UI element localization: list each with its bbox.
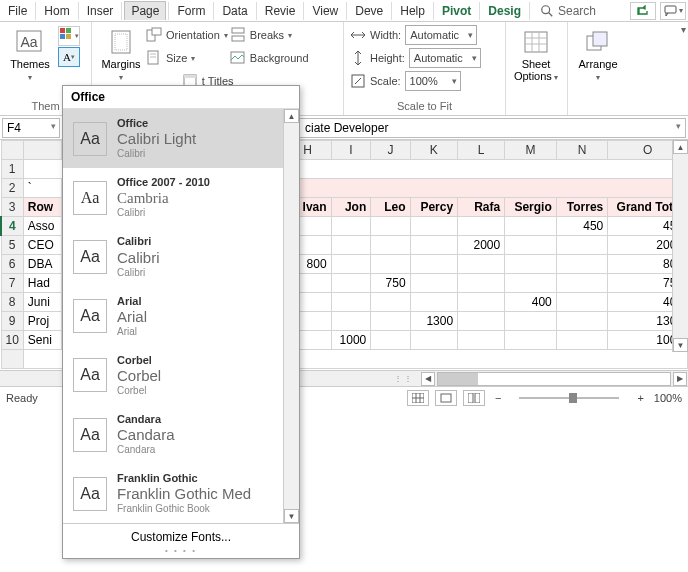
cell[interactable]: 750	[371, 274, 410, 293]
font-scheme-item[interactable]: AaCandaraCandaraCandara	[63, 405, 299, 464]
scroll-down-button[interactable]: ▼	[673, 338, 688, 352]
width-combo[interactable]: Automatic	[405, 25, 477, 45]
cell[interactable]	[556, 293, 608, 312]
view-page-layout-button[interactable]	[435, 390, 457, 406]
row-10-header[interactable]: 10	[1, 331, 23, 350]
view-page-break-button[interactable]	[463, 390, 485, 406]
menu-help[interactable]: Help	[394, 2, 431, 20]
horizontal-scrollbar[interactable]	[437, 372, 671, 386]
cell[interactable]	[458, 274, 505, 293]
cell[interactable]	[556, 331, 608, 350]
cell[interactable]: 450	[556, 217, 608, 236]
row-3-header[interactable]: 3	[1, 198, 23, 217]
row-4-header[interactable]: 4	[1, 217, 23, 236]
cell[interactable]	[410, 274, 458, 293]
cell[interactable]: 400	[505, 293, 557, 312]
cell[interactable]: 2000	[458, 236, 505, 255]
cell[interactable]	[505, 274, 557, 293]
row-blank-header[interactable]	[1, 350, 23, 369]
cell[interactable]	[458, 293, 505, 312]
cell[interactable]	[505, 312, 557, 331]
menu-page-layout[interactable]: Page	[124, 1, 166, 20]
cell[interactable]	[371, 217, 410, 236]
pivot-row-label[interactable]: Asso	[23, 217, 61, 236]
cell[interactable]	[505, 236, 557, 255]
cell[interactable]: 1000	[331, 331, 371, 350]
cell[interactable]	[458, 331, 505, 350]
zoom-slider[interactable]	[519, 397, 619, 399]
font-scheme-item[interactable]: AaArialArialArial	[63, 287, 299, 346]
font-scheme-item[interactable]: AaOffice 2007 - 2010CambriaCalibri	[63, 168, 299, 227]
background-button[interactable]: Background	[230, 47, 309, 69]
cell[interactable]	[410, 217, 458, 236]
menu-home[interactable]: Hom	[38, 2, 75, 20]
menu-insert[interactable]: Inser	[81, 2, 120, 20]
cell[interactable]	[505, 255, 557, 274]
cell[interactable]	[505, 331, 557, 350]
zoom-in-button[interactable]: +	[633, 392, 647, 404]
menu-review[interactable]: Revie	[259, 2, 302, 20]
zoom-value[interactable]: 100%	[654, 392, 682, 404]
cell[interactable]	[458, 255, 505, 274]
orientation-button[interactable]: Orientation▾	[146, 24, 228, 46]
cell[interactable]	[371, 293, 410, 312]
margins-button[interactable]: Margins▾	[98, 24, 144, 83]
menu-pivot[interactable]: Pivot	[436, 2, 477, 20]
cell[interactable]	[331, 312, 371, 331]
cell[interactable]	[556, 236, 608, 255]
cell[interactable]: 1300	[410, 312, 458, 331]
font-scheme-item[interactable]: AaFranklin GothicFranklin Gothic MedFran…	[63, 464, 299, 523]
row-8-header[interactable]: 8	[1, 293, 23, 312]
col-l[interactable]: L	[458, 141, 505, 160]
font-scheme-item[interactable]: AaCorbelCorbelCorbel	[63, 346, 299, 405]
row-9-header[interactable]: 9	[1, 312, 23, 331]
view-normal-button[interactable]	[407, 390, 429, 406]
pivot-row-label[interactable]: Seni	[23, 331, 61, 350]
comments-button[interactable]: ▾	[660, 2, 686, 20]
cell[interactable]	[371, 331, 410, 350]
fonts-button[interactable]: A ▾	[58, 47, 80, 67]
resize-grip[interactable]: • • • •	[63, 546, 299, 558]
cell[interactable]	[371, 312, 410, 331]
pivot-row-label[interactable]: DBA	[23, 255, 61, 274]
scroll-thumb[interactable]	[438, 373, 478, 385]
breaks-button[interactable]: Breaks▾	[230, 24, 309, 46]
arrange-button[interactable]: Arrange▾	[574, 24, 622, 83]
row-1-header[interactable]: 1	[1, 160, 23, 179]
share-button[interactable]	[630, 2, 656, 20]
ribbon-collapse-button[interactable]: ▾	[681, 24, 686, 35]
pivot-row-label[interactable]: CEO	[23, 236, 61, 255]
cell[interactable]	[410, 293, 458, 312]
col-k[interactable]: K	[410, 141, 458, 160]
cell[interactable]	[556, 274, 608, 293]
menu-file[interactable]: File	[2, 2, 33, 20]
pivot-row-label[interactable]: Had	[23, 274, 61, 293]
cell[interactable]	[371, 236, 410, 255]
cell[interactable]	[505, 217, 557, 236]
height-combo[interactable]: Automatic	[409, 48, 481, 68]
row-5-header[interactable]: 5	[1, 236, 23, 255]
search-button[interactable]: Search	[540, 4, 596, 18]
colors-button[interactable]: ▾	[58, 26, 80, 46]
cell[interactable]	[556, 312, 608, 331]
name-box[interactable]: F4	[2, 118, 60, 138]
pivot-row-label[interactable]: Juni	[23, 293, 61, 312]
dd-scroll-down-button[interactable]: ▼	[284, 509, 299, 523]
cell[interactable]	[458, 312, 505, 331]
scroll-right-button[interactable]: ▶	[673, 372, 687, 386]
cell[interactable]	[410, 236, 458, 255]
menu-view[interactable]: View	[306, 2, 344, 20]
select-all-corner[interactable]	[1, 141, 23, 160]
cell[interactable]	[410, 331, 458, 350]
cell[interactable]	[410, 255, 458, 274]
col-m[interactable]: M	[505, 141, 557, 160]
cell[interactable]	[556, 255, 608, 274]
cell[interactable]	[331, 293, 371, 312]
row-6-header[interactable]: 6	[1, 255, 23, 274]
sheet-options-button[interactable]: SheetOptions ▾	[512, 24, 560, 83]
menu-developer[interactable]: Deve	[349, 2, 389, 20]
dd-scroll-up-button[interactable]: ▲	[284, 109, 299, 123]
font-scheme-item[interactable]: AaOfficeCalibri LightCalibri	[63, 109, 299, 168]
cell[interactable]	[458, 217, 505, 236]
themes-button[interactable]: Aa Themes▾	[6, 24, 54, 83]
